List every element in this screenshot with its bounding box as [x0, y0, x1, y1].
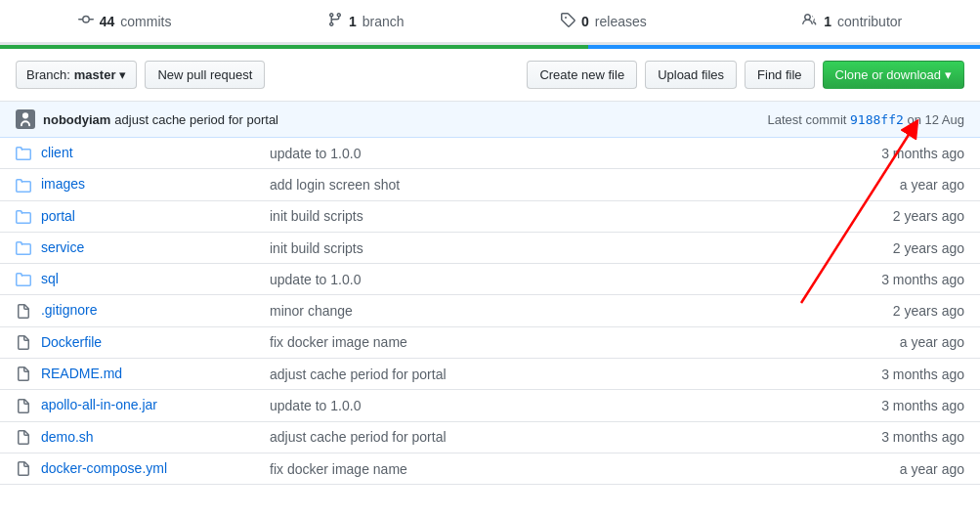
file-icon: [16, 335, 31, 351]
clone-or-download-button[interactable]: Clone or download ▾: [823, 61, 964, 89]
clone-label: Clone or download: [835, 67, 941, 82]
file-icon: [16, 399, 31, 414]
table-row: Dockerfile fix docker image name a year …: [0, 326, 980, 358]
file-message: init build scripts: [254, 232, 722, 263]
branches-label: branch: [362, 14, 405, 29]
folder-icon: [16, 178, 31, 194]
folder-icon: [16, 240, 31, 256]
contributors-count: 1: [824, 14, 831, 29]
top-stats-bar: 44 commits 1 branch 0 releases: [0, 0, 980, 45]
commit-right-info: Latest commit 9188ff2 on 12 Aug: [767, 112, 964, 127]
file-link[interactable]: .gitignore: [41, 302, 98, 318]
table-row: service init build scripts 2 years ago: [0, 232, 980, 263]
file-message: minor change: [254, 295, 722, 326]
branch-icon: [327, 12, 343, 30]
file-message: adjust cache period for portal: [254, 359, 722, 390]
file-message: update to 1.0.0: [254, 264, 722, 295]
file-time: 3 months ago: [722, 421, 980, 453]
file-icon: [16, 367, 31, 382]
chevron-down-icon: ▾: [945, 67, 952, 82]
folder-icon: [16, 272, 31, 287]
branches-tab[interactable]: 1 branch: [327, 12, 405, 45]
file-message: update to 1.0.0: [254, 138, 722, 169]
file-link[interactable]: sql: [41, 271, 59, 286]
tag-icon: [560, 12, 575, 30]
file-link[interactable]: apollo-all-in-one.jar: [41, 397, 157, 412]
table-row: client update to 1.0.0 3 months ago: [0, 138, 980, 169]
file-time: 2 years ago: [722, 232, 980, 263]
upload-files-button[interactable]: Upload files: [645, 61, 737, 89]
action-bar-right: Create new file Upload files Find file C…: [527, 61, 964, 89]
contributors-icon: [802, 12, 818, 30]
contributors-tab[interactable]: 1 contributor: [802, 12, 902, 45]
file-link[interactable]: portal: [41, 208, 75, 224]
file-message: init build scripts: [254, 200, 722, 232]
branches-count: 1: [349, 14, 357, 29]
commit-author: nobodyiam: [43, 112, 110, 127]
table-row: docker-compose.yml fix docker image name…: [0, 453, 980, 484]
table-row: portal init build scripts 2 years ago: [0, 200, 980, 232]
file-time: 2 years ago: [722, 200, 980, 232]
file-time: a year ago: [722, 453, 980, 484]
commit-message: adjust cache period for portal: [114, 112, 278, 127]
file-table: client update to 1.0.0 3 months ago imag…: [0, 138, 980, 485]
releases-label: releases: [595, 14, 647, 29]
chevron-down-icon: ▾: [119, 67, 126, 82]
commits-tab[interactable]: 44 commits: [78, 12, 172, 45]
file-link[interactable]: docker-compose.yml: [41, 460, 167, 476]
create-new-file-button[interactable]: Create new file: [527, 61, 637, 89]
table-row: images add login screen shot a year ago: [0, 169, 980, 200]
branch-prefix: Branch:: [26, 67, 70, 82]
file-message: adjust cache period for portal: [254, 421, 722, 453]
file-time: a year ago: [722, 326, 980, 358]
file-message: fix docker image name: [254, 326, 722, 358]
action-bar: Branch: master ▾ New pull request Create…: [0, 49, 980, 102]
contributors-label: contributor: [837, 14, 902, 29]
file-link[interactable]: client: [41, 145, 73, 160]
file-link[interactable]: Dockerfile: [41, 334, 102, 350]
branch-selector[interactable]: Branch: master ▾: [16, 61, 137, 89]
folder-icon: [16, 209, 31, 225]
file-time: 3 months ago: [722, 390, 980, 421]
latest-commit-bar: nobodyiam adjust cache period for portal…: [0, 102, 980, 138]
table-row: apollo-all-in-one.jar update to 1.0.0 3 …: [0, 390, 980, 421]
file-time: a year ago: [722, 169, 980, 200]
file-message: update to 1.0.0: [254, 390, 722, 421]
commits-icon: [78, 12, 94, 30]
new-pull-request-button[interactable]: New pull request: [145, 61, 265, 89]
file-message: add login screen shot: [254, 169, 722, 200]
commits-count: 44: [100, 14, 115, 29]
table-row: demo.sh adjust cache period for portal 3…: [0, 421, 980, 453]
branch-value: master: [74, 67, 116, 82]
action-bar-left: Branch: master ▾ New pull request: [16, 61, 265, 89]
file-icon: [16, 304, 31, 320]
file-time: 3 months ago: [722, 359, 980, 390]
file-time: 2 years ago: [722, 295, 980, 326]
file-icon: [16, 461, 31, 477]
commit-date: on 12 Aug: [907, 112, 964, 127]
file-message: fix docker image name: [254, 453, 722, 484]
file-time: 3 months ago: [722, 138, 980, 169]
file-time: 3 months ago: [722, 264, 980, 295]
releases-count: 0: [581, 14, 589, 29]
find-file-button[interactable]: Find file: [745, 61, 815, 89]
folder-icon: [16, 146, 31, 161]
commit-hash[interactable]: 9188ff2: [850, 112, 904, 127]
file-link[interactable]: demo.sh: [41, 429, 94, 445]
table-row: .gitignore minor change 2 years ago: [0, 295, 980, 326]
file-link[interactable]: service: [41, 239, 84, 255]
page-wrapper: 44 commits 1 branch 0 releases: [0, 0, 980, 518]
file-link[interactable]: images: [41, 176, 85, 192]
table-row: sql update to 1.0.0 3 months ago: [0, 264, 980, 295]
latest-commit-prefix: Latest commit: [767, 112, 846, 127]
file-icon: [16, 430, 31, 446]
releases-tab[interactable]: 0 releases: [560, 12, 647, 45]
table-row: README.md adjust cache period for portal…: [0, 359, 980, 390]
avatar: [16, 109, 35, 129]
file-link[interactable]: README.md: [41, 366, 122, 381]
commits-label: commits: [120, 14, 171, 29]
